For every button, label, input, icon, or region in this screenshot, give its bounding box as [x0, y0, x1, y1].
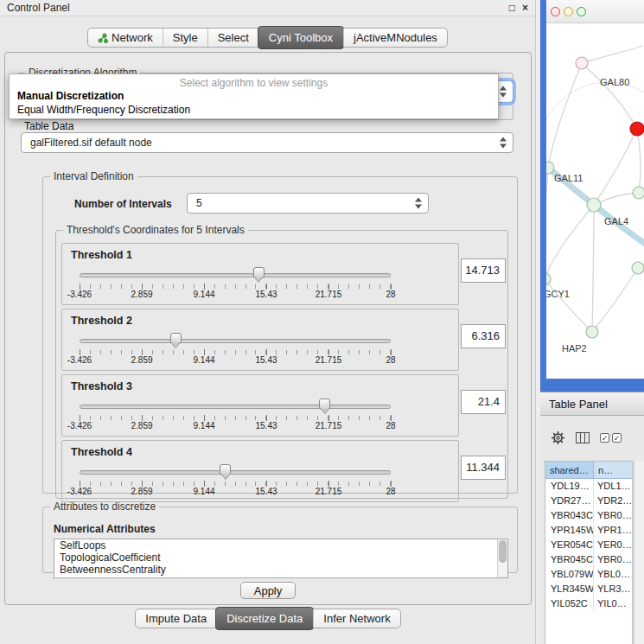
slider-ticks [80, 481, 391, 486]
table-row[interactable]: YPR145WYPR1… [545, 523, 632, 538]
cell-shared-name: YDR27… [545, 494, 594, 508]
float-window-icon[interactable]: □ [509, 3, 515, 13]
slider-thumb[interactable] [253, 267, 265, 278]
zoom-traffic-light-icon[interactable] [577, 7, 586, 16]
tab-jactivemnodules[interactable]: jActiveMNodules [343, 29, 447, 47]
scale-label: 21.715 [316, 355, 342, 365]
table-row[interactable]: YDL19…YDL1… [545, 479, 632, 494]
gear-icon[interactable] [551, 430, 565, 445]
scrollbar-thumb[interactable] [499, 540, 507, 563]
network-canvas[interactable]: GAL80GAL11GAL4GCY1HAP2 [546, 23, 644, 379]
tab-discretize-data[interactable]: Discretize Data [215, 607, 314, 630]
network-node[interactable] [546, 273, 551, 285]
network-node[interactable] [576, 57, 588, 69]
table-scrollbar[interactable] [634, 461, 644, 644]
slider-thumb[interactable] [170, 333, 182, 344]
network-edge[interactable] [582, 46, 643, 63]
table-row[interactable]: YBR043CYBR0… [545, 508, 632, 523]
slider-track[interactable] [80, 405, 391, 409]
table-row[interactable]: YIL052CYIL0… [545, 596, 632, 611]
numerical-attributes-list[interactable]: SelfLoopsTopologicalCoefficientBetweenne… [54, 539, 508, 578]
cell-shared-name: YIL052C [545, 596, 594, 611]
threshold-value-field[interactable]: 6.316 [461, 324, 506, 348]
node-label: GCY1 [546, 289, 570, 299]
network-edge[interactable] [592, 268, 638, 332]
network-node[interactable] [586, 326, 598, 338]
threshold-value-field[interactable]: 11.344 [461, 456, 506, 480]
threshold-slider[interactable] [62, 266, 458, 284]
top-tab-group: Network Style Select Cyni Toolbox jActiv… [87, 28, 448, 48]
attribute-item[interactable]: SelfLoops [54, 539, 507, 552]
table-row[interactable]: YBL079WYBL0… [545, 567, 632, 582]
slider-thumb[interactable] [220, 464, 231, 475]
close-traffic-light-icon[interactable] [551, 7, 560, 16]
table-row[interactable]: YBR045CYBR0… [545, 552, 632, 567]
network-node[interactable] [587, 198, 601, 212]
network-node[interactable] [633, 187, 644, 199]
scale-label: 21.715 [316, 487, 342, 496]
network-graph[interactable]: GAL80GAL11GAL4GCY1HAP2 [546, 23, 644, 379]
cell-shared-name: YBL079W [545, 567, 594, 582]
network-edge[interactable] [592, 205, 594, 332]
apply-button[interactable]: Apply [240, 582, 296, 599]
cell-shared-name: YBR045C [545, 552, 594, 567]
network-edge[interactable] [548, 63, 582, 168]
list-scrollbar[interactable] [497, 539, 507, 577]
threshold-row: Threshold 1 -3.4262.8599.14415.4321.7152… [61, 243, 507, 305]
table-data-combo[interactable]: galFiltered.sif default node [21, 132, 513, 153]
scale-label: -3.426 [67, 290, 92, 299]
network-edge[interactable] [637, 129, 641, 193]
threshold-slider[interactable] [62, 332, 458, 349]
attribute-item[interactable]: BetweennessCentrality [54, 564, 507, 576]
threshold-slider[interactable] [62, 398, 458, 415]
network-node[interactable] [546, 162, 554, 174]
network-edge[interactable] [546, 168, 548, 279]
tab-style[interactable]: Style [163, 29, 207, 47]
threshold-label: Threshold 4 [71, 446, 132, 458]
slider-track[interactable] [80, 273, 391, 277]
threshold-value-field[interactable]: 14.713 [461, 258, 506, 283]
tab-cyni-toolbox[interactable]: Cyni Toolbox [258, 26, 344, 49]
number-of-intervals-combo[interactable]: 5 [187, 193, 429, 214]
table-row[interactable]: YLR345WYLR3… [545, 582, 632, 596]
columns-icon[interactable] [576, 432, 590, 443]
threshold-slider[interactable] [62, 463, 458, 481]
scale-label: 2.859 [131, 421, 152, 430]
checkbox-icon[interactable]: ✓ [600, 433, 609, 443]
network-node[interactable] [630, 122, 644, 136]
threshold-panel: Threshold 2 -3.4262.8599.14415.4321.7152… [61, 309, 459, 371]
cell-shared-name: YLR345W [545, 582, 594, 596]
network-edge[interactable] [546, 205, 594, 279]
table-row[interactable]: YER054CYER0… [545, 538, 632, 552]
close-icon[interactable]: × [522, 3, 528, 13]
scale-label: 2.859 [131, 290, 152, 299]
control-panel-titlebar: Control Panel □ × [0, 0, 535, 16]
network-edge[interactable] [546, 82, 644, 127]
network-edge[interactable] [582, 63, 637, 129]
tab-select[interactable]: Select [207, 29, 258, 47]
slider-track[interactable] [80, 470, 391, 475]
cell-shared-name: YPR145W [545, 523, 594, 538]
column-header-shared-name[interactable]: shared… [545, 462, 594, 479]
threshold-panel: Threshold 4 -3.4262.8599.14415.4321.7152… [61, 440, 459, 502]
tab-infer-network[interactable]: Infer Network [313, 609, 399, 628]
threshold-value-field[interactable]: 21.4 [461, 390, 506, 414]
table-row[interactable]: YDR27…YDR2… [545, 494, 632, 508]
scale-label: 28 [386, 355, 395, 365]
attributes-group-title: Attributes to discretize [50, 501, 159, 513]
minimize-traffic-light-icon[interactable] [564, 7, 573, 16]
table-toolbar: ✓ ✓ [540, 417, 644, 458]
popup-option-equal-width-frequency[interactable]: Equal Width/Frequency Discretization [10, 103, 498, 117]
popup-option-manual-discretization[interactable]: Manual Discretization [10, 89, 498, 103]
attribute-item[interactable]: TopologicalCoefficient [54, 552, 507, 564]
column-header-name[interactable]: n… [594, 462, 632, 479]
slider-track[interactable] [80, 339, 391, 343]
slider-thumb[interactable] [319, 399, 330, 410]
tab-impute-data[interactable]: Impute Data [136, 609, 216, 628]
tab-network[interactable]: Network [88, 29, 163, 47]
tab-label: Select [218, 31, 249, 44]
cell-name: YBR0… [594, 508, 632, 523]
network-edge[interactable] [546, 279, 592, 332]
network-node[interactable] [632, 262, 644, 274]
checkbox-icon[interactable]: ✓ [612, 433, 622, 443]
